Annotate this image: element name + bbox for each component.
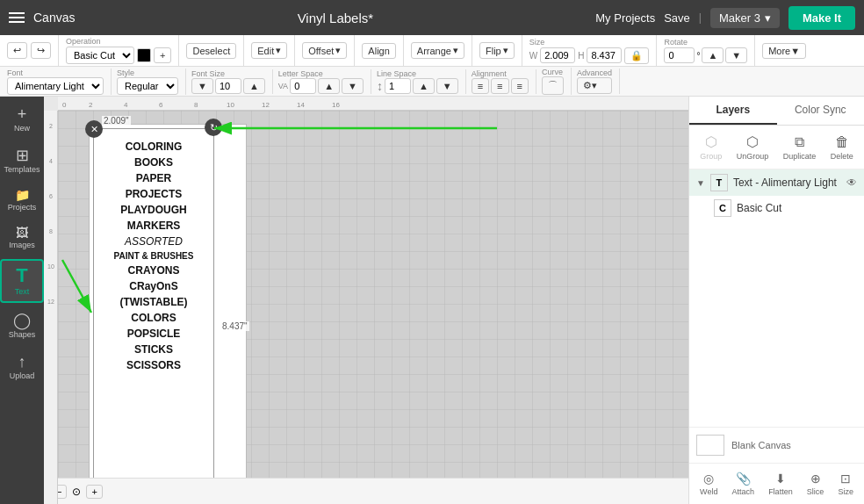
main-toolbar: ↩ ↪ Operation Basic Cut + Deselect Edit …	[0, 35, 864, 67]
left-sidebar: + New ⊞ Templates 📁 Projects 🖼 Images T …	[0, 97, 44, 504]
attach-button[interactable]: 📎 Attach	[730, 469, 758, 499]
sidebar-item-images[interactable]: 🖼 Images	[0, 221, 44, 255]
rotate-input[interactable]	[664, 47, 695, 63]
flip-button[interactable]: Flip ▾	[479, 42, 515, 59]
ungroup-button[interactable]: ⬡ UnGroup	[734, 131, 772, 163]
undo-redo-group: ↩ ↪	[7, 35, 59, 66]
letter-space-down-button[interactable]: ▼	[342, 78, 364, 94]
font-section: Font Alimentary Light	[7, 68, 112, 95]
width-input[interactable]	[540, 47, 575, 63]
text-line-3: PAPER	[97, 170, 211, 186]
line-space-down-button[interactable]: ▼	[436, 78, 458, 94]
sidebar-item-projects[interactable]: 📁 Projects	[0, 184, 44, 217]
delete-button[interactable]: 🗑 Delete	[828, 132, 856, 163]
text-line-8: PAINT & BRUSHES	[97, 249, 211, 263]
sidebar-item-new[interactable]: + New	[0, 101, 44, 138]
text-line-7: assorted	[97, 234, 211, 249]
lock-aspect-button[interactable]: 🔒	[624, 47, 649, 64]
redo-button[interactable]: ↪	[31, 42, 51, 59]
font-select[interactable]: Alimentary Light	[7, 77, 104, 95]
flatten-button[interactable]: ⬇ Flatten	[766, 469, 796, 499]
add-operation-button[interactable]: +	[154, 47, 171, 63]
svg-text:14: 14	[297, 101, 305, 109]
tab-layers[interactable]: Layers	[689, 97, 777, 125]
blank-canvas-box	[696, 435, 724, 456]
font-size-up-button[interactable]: ▲	[243, 78, 265, 94]
align-left-button[interactable]: ≡	[472, 78, 489, 94]
text-line-15: SCISSORS	[97, 357, 211, 373]
menu-icon[interactable]	[9, 12, 25, 23]
offset-button[interactable]: Offset ▾	[302, 42, 347, 59]
rotate-handle[interactable]: ↻	[205, 119, 222, 136]
style-select[interactable]: Regular	[117, 77, 178, 95]
slice-button[interactable]: ⊕ Slice	[804, 469, 827, 499]
layer-visibility-icon[interactable]: 👁	[846, 176, 857, 189]
sidebar-label-text: Text	[15, 287, 30, 296]
zoom-in-button[interactable]: +	[86, 485, 102, 499]
undo-button[interactable]: ↩	[7, 42, 27, 59]
svg-text:16: 16	[332, 101, 340, 109]
images-icon: 🖼	[16, 227, 28, 239]
sidebar-item-shapes[interactable]: ◯ Shapes	[0, 307, 44, 344]
size-bottom-button[interactable]: ⊡ Size	[835, 469, 856, 499]
letter-space-input[interactable]	[290, 78, 316, 94]
curve-label: Curve	[542, 68, 564, 76]
arrange-group: Arrange ▾	[411, 35, 472, 66]
advanced-button[interactable]: ⚙▾	[577, 77, 612, 94]
align-center-button[interactable]: ≡	[491, 78, 508, 94]
layer-item-text[interactable]: ▼ T Text - Alimentary Light 👁	[689, 169, 864, 196]
main-layout: + New ⊞ Templates 📁 Projects 🖼 Images T …	[0, 97, 864, 504]
align-right-button[interactable]: ≡	[511, 78, 529, 94]
color-swatch[interactable]	[137, 48, 151, 62]
font-label: Font	[7, 68, 104, 77]
tab-color-sync[interactable]: Color Sync	[777, 97, 865, 125]
font-size-input[interactable]	[215, 78, 241, 94]
line-space-section: Line Space ↕ ▲ ▼	[377, 69, 466, 94]
advanced-label: Advanced	[577, 68, 612, 77]
font-size-label: Font Size	[191, 69, 265, 78]
machine-selector[interactable]: Maker 3 ▾	[710, 8, 780, 28]
upload-icon: ↑	[18, 354, 26, 370]
curve-button[interactable]: ⌒	[542, 76, 564, 95]
font-size-down-button[interactable]: ▼	[191, 78, 213, 94]
blank-canvas-label: Blank Canvas	[731, 440, 791, 450]
blank-canvas-row: Blank Canvas	[689, 427, 864, 463]
ruler-horizontal: 0 2 4 6 8 10 12 14 16	[58, 97, 688, 111]
arrange-button[interactable]: Arrange ▾	[411, 42, 464, 59]
rs-toolbar: ⬡ Group ⬡ UnGroup ⧉ Duplicate 🗑 Delete	[689, 126, 864, 169]
save-btn[interactable]: Save	[664, 11, 690, 25]
sidebar-item-upload[interactable]: ↑ Upload	[0, 349, 44, 385]
align-button[interactable]: Align	[362, 43, 395, 59]
rotate-down-button[interactable]: ▼	[725, 47, 747, 63]
my-projects-btn[interactable]: My Projects	[595, 11, 655, 25]
canvas-area[interactable]: 0 2 4 6 8 10 12 14 16 2 4 6 8 10 12	[44, 97, 688, 504]
line-space-up-button[interactable]: ▲	[413, 78, 435, 94]
svg-text:2: 2	[89, 101, 93, 109]
duplicate-button[interactable]: ⧉ Duplicate	[781, 132, 819, 163]
canvas-content[interactable]: ✕ ↻ 🔒 ⤡ 2.009" 8.437" COLORING BOOKS PAP…	[58, 111, 688, 478]
offset-group: Offset ▾	[302, 35, 355, 66]
curve-section: Curve ⌒	[542, 68, 572, 95]
top-bar-right: My Projects Save | Maker 3 ▾ Make It	[595, 6, 855, 30]
layer-spacer	[689, 220, 864, 427]
layer-sub-basic-cut[interactable]: C Basic Cut	[689, 196, 864, 220]
height-input[interactable]	[587, 47, 622, 63]
weld-button[interactable]: ◎ Weld	[697, 469, 720, 499]
svg-text:4: 4	[49, 158, 53, 164]
group-button[interactable]: ⬡ Group	[697, 131, 724, 163]
sidebar-item-templates[interactable]: ⊞ Templates	[0, 142, 44, 179]
alignment-label: Alignment	[472, 69, 529, 78]
line-space-input[interactable]	[385, 78, 411, 94]
canvas-text-content[interactable]: COLORING BOOKS PAPER PROJECTS PLAYDOUGH …	[95, 135, 212, 377]
edit-button[interactable]: Edit ▾	[251, 42, 287, 59]
operation-select[interactable]: Basic Cut	[66, 47, 134, 64]
rotate-up-button[interactable]: ▲	[702, 47, 724, 63]
zoom-icon: ⊙	[72, 486, 81, 498]
more-button[interactable]: More▼	[762, 43, 806, 59]
letter-space-up-button[interactable]: ▲	[318, 78, 340, 94]
make-it-button[interactable]: Make It	[788, 6, 855, 30]
deselect-button[interactable]: Deselect	[186, 43, 236, 59]
sidebar-label-shapes: Shapes	[9, 330, 36, 339]
sidebar-item-text[interactable]: T Text	[0, 259, 44, 303]
text-line-13: POPSICLE	[97, 326, 211, 342]
